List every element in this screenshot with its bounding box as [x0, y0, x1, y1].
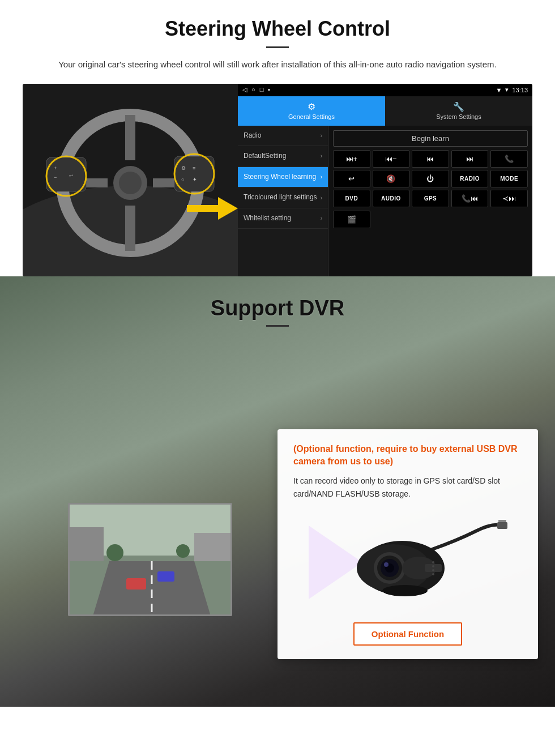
home-icon: ○: [251, 86, 255, 93]
svg-point-47: [432, 569, 434, 571]
status-time: 13:13: [512, 87, 528, 93]
vol-down-btn[interactable]: ⏮−: [373, 150, 410, 168]
tab-system[interactable]: 🔧 System Settings: [385, 96, 532, 126]
dvr-preview-inner: [70, 505, 230, 614]
back-call-btn[interactable]: ↩: [333, 170, 370, 187]
audio-btn[interactable]: AUDIO: [373, 190, 410, 207]
begin-learn-row: Begin learn: [333, 130, 528, 147]
steering-photo: + − ↩ ⚙ ≡ ○ ✦: [23, 84, 238, 276]
power-btn[interactable]: ⏻: [412, 170, 449, 187]
title-divider: [266, 46, 289, 48]
chevron-icon: ›: [321, 152, 322, 160]
dvr-divider: [266, 325, 289, 327]
system-icon: 🔧: [453, 101, 464, 112]
chevron-icon: ›: [321, 173, 322, 181]
tab-system-label: System Settings: [436, 113, 481, 120]
menu-whitelist-label: Whitelist setting: [244, 214, 291, 223]
svg-marker-32: [309, 526, 362, 599]
tab-general-label: General Settings: [288, 113, 335, 120]
dvr-description: It can record video only to storage in G…: [293, 475, 522, 500]
chevron-icon: ›: [321, 194, 322, 202]
svg-point-29: [176, 544, 190, 558]
menu-steering-label: Steering Wheel learning: [244, 173, 316, 182]
menu-tricoloured[interactable]: Tricoloured light settings ›: [238, 187, 328, 208]
chevron-icon: ›: [321, 215, 322, 222]
android-ui: ◁ ○ □ ▪ ▼ ▾ 13:13 ⚙ General Settings 🔧 S…: [238, 84, 532, 276]
svg-text:⚙: ⚙: [181, 165, 186, 171]
camera-icon: ▪: [268, 86, 270, 93]
dvr-title-area: Support DVR: [0, 276, 555, 332]
steering-visual: + − ↩ ⚙ ≡ ○ ✦ ◁: [23, 84, 532, 276]
svg-rect-34: [498, 520, 506, 522]
prev-btn[interactable]: ⏮: [412, 150, 449, 168]
dvr-optional-text: (Optional function, require to buy exter…: [293, 443, 522, 468]
chevron-icon: ›: [321, 132, 322, 139]
svg-point-28: [106, 544, 123, 561]
extra-control-row: 🎬: [333, 211, 528, 228]
dvr-preview-image: [68, 503, 232, 616]
extra-btn[interactable]: 🎬: [333, 211, 370, 228]
svg-rect-13: [174, 156, 214, 191]
phone-btn[interactable]: 📞: [490, 150, 528, 168]
back-icon: ◁: [242, 86, 247, 93]
svg-text:+: +: [54, 165, 57, 171]
menu-steering-learning[interactable]: Steering Wheel learning ›: [238, 167, 328, 188]
svg-text:−: −: [54, 174, 57, 180]
optional-function-button[interactable]: Optional Function: [353, 622, 462, 646]
svg-point-48: [432, 573, 434, 575]
dvd-btn[interactable]: DVD: [333, 190, 370, 207]
menu-radio-label: Radio: [244, 131, 261, 140]
svg-rect-27: [194, 533, 232, 561]
svg-point-46: [432, 565, 434, 567]
page-title: Steering Wheel Control: [23, 17, 532, 41]
next-btn[interactable]: ⏭: [451, 150, 489, 168]
svg-rect-30: [126, 578, 146, 590]
steering-subtitle: Your original car's steering wheel contr…: [23, 58, 532, 71]
menu-whitelist[interactable]: Whitelist setting ›: [238, 208, 328, 229]
svg-text:≡: ≡: [193, 165, 195, 171]
vol-up-btn[interactable]: ⏭+: [333, 150, 370, 168]
settings-content: Radio › DefaultSetting › Steering Wheel …: [238, 126, 532, 276]
nav-icons: ◁ ○ □ ▪: [242, 86, 270, 93]
dvr-section: Support DVR: [0, 276, 555, 707]
radio-btn[interactable]: RADIO: [451, 170, 489, 187]
svg-rect-26: [70, 527, 104, 561]
svg-rect-31: [157, 571, 174, 582]
svg-point-44: [382, 585, 428, 596]
dvr-camera-image: [293, 511, 522, 613]
status-bar: ◁ ○ □ ▪ ▼ ▾ 13:13: [238, 84, 532, 96]
svg-text:↩: ↩: [69, 173, 73, 178]
menu-tricoloured-label: Tricoloured light settings: [244, 193, 317, 202]
recents-icon: □: [260, 86, 264, 93]
phone-next-btn[interactable]: ≺⏭: [490, 190, 528, 207]
settings-tabs: ⚙ General Settings 🔧 System Settings: [238, 96, 532, 126]
settings-right: Begin learn ⏭+ ⏮− ⏮ ⏭ 📞 ↩ 🔇 ⏻ RADIO: [328, 126, 532, 276]
svg-point-8: [119, 172, 142, 194]
gear-icon: ⚙: [308, 101, 315, 112]
dvr-title: Support DVR: [0, 296, 555, 321]
menu-default-label: DefaultSetting: [244, 152, 286, 161]
phone-prev-btn[interactable]: 📞⏮: [451, 190, 489, 207]
menu-radio[interactable]: Radio ›: [238, 126, 328, 147]
dvr-info-card: (Optional function, require to buy exter…: [278, 429, 538, 660]
svg-point-45: [432, 561, 434, 563]
menu-default[interactable]: DefaultSetting ›: [238, 146, 328, 167]
settings-menu: Radio › DefaultSetting › Steering Wheel …: [238, 126, 328, 276]
wifi-icon: ▾: [505, 86, 509, 93]
steering-section: Steering Wheel Control Your original car…: [0, 0, 555, 276]
signal-icon: ▼: [496, 87, 502, 93]
svg-point-41: [384, 562, 388, 567]
svg-rect-33: [497, 522, 507, 529]
gps-btn[interactable]: GPS: [412, 190, 449, 207]
mute-btn[interactable]: 🔇: [373, 170, 410, 187]
svg-rect-21: [187, 205, 220, 212]
svg-text:○: ○: [181, 177, 184, 182]
begin-learn-button[interactable]: Begin learn: [333, 130, 528, 147]
svg-text:✦: ✦: [193, 177, 197, 182]
tab-general[interactable]: ⚙ General Settings: [238, 96, 385, 126]
control-grid: ⏭+ ⏮− ⏮ ⏭ 📞 ↩ 🔇 ⏻ RADIO MODE DVD AUDIO: [333, 150, 528, 207]
mode-btn[interactable]: MODE: [490, 170, 528, 187]
